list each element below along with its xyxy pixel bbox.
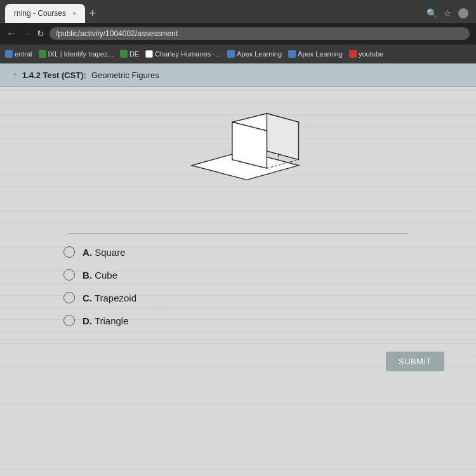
option-B[interactable]: B. Cube: [63, 269, 413, 281]
radio-C[interactable]: [63, 292, 75, 303]
option-A-label: A. Square: [83, 247, 126, 258]
cube-right: [267, 114, 298, 160]
page-content: ↑ 1.4.2 Test (CST): Geometric Figures: [0, 63, 476, 476]
active-tab[interactable]: rning - Courses ×: [5, 4, 85, 23]
submit-button[interactable]: SUBMIT: [386, 352, 444, 371]
bookmark-apex2[interactable]: Apex Learning: [288, 50, 343, 58]
test-header-icon: ↑: [13, 70, 17, 80]
radio-B[interactable]: [63, 269, 75, 281]
bookmark-de[interactable]: DE: [120, 50, 139, 58]
option-C-letter: C.: [83, 293, 92, 303]
address-input[interactable]: [50, 27, 470, 40]
option-B-letter: B.: [83, 270, 92, 281]
bookmark-charley[interactable]: Charley Humanes -...: [145, 50, 221, 58]
bookmark-favicon-charley: [145, 50, 153, 58]
bookmark-label-apex2: Apex Learning: [298, 50, 343, 58]
bookmark-youtube[interactable]: youtube: [349, 50, 383, 58]
tab-bar: rning - Courses × + 🔍 ☆: [0, 0, 476, 23]
reload-button[interactable]: ↻: [37, 29, 44, 39]
option-C[interactable]: C. Trapezoid: [63, 292, 413, 303]
new-tab-button[interactable]: +: [89, 7, 96, 20]
bookmark-favicon-de: [120, 50, 128, 58]
option-C-label: C. Trapezoid: [83, 293, 136, 303]
browser-chrome: rning - Courses × + 🔍 ☆ ← → ↻ entral IXL…: [0, 0, 476, 63]
bookmark-favicon-youtube: [349, 50, 357, 58]
address-bar: ← → ↻: [0, 23, 476, 44]
bookmark-favicon-apex2: [288, 50, 296, 58]
bookmark-ixl[interactable]: IXL | Identify trapez...: [39, 50, 114, 58]
figure-container: [25, 106, 451, 208]
test-label: 1.4.2 Test (CST):: [22, 70, 86, 80]
bookmark-label-apex1: Apex Learning: [237, 50, 282, 58]
submit-area: SUBMIT: [0, 339, 476, 384]
bookmark-favicon-entral: [5, 50, 13, 58]
option-D-letter: D.: [83, 315, 92, 326]
bookmark-label-ixl: IXL | Identify trapez...: [48, 50, 114, 58]
bookmark-label-entral: entral: [15, 50, 32, 58]
back-button[interactable]: ←: [6, 28, 17, 39]
bookmark-favicon-apex1: [227, 50, 235, 58]
radio-A[interactable]: [63, 246, 75, 258]
question-area: A. Square B. Cube C. Trapezoid: [0, 87, 476, 339]
answer-divider: [68, 233, 408, 234]
bookmark-favicon-ixl: [39, 50, 46, 58]
bookmark-label-de: DE: [129, 50, 139, 58]
answer-options: A. Square B. Cube C. Trapezoid: [25, 246, 451, 326]
tab-close-button[interactable]: ×: [72, 10, 76, 17]
browser-icons: 🔍 ☆: [426, 8, 471, 18]
forward-button[interactable]: →: [22, 28, 32, 39]
option-A-letter: A.: [83, 247, 92, 258]
option-D[interactable]: D. Triangle: [63, 315, 413, 326]
search-icon[interactable]: 🔍: [426, 8, 437, 18]
test-subject: Geometric Figures: [91, 70, 159, 80]
option-B-label: B. Cube: [83, 270, 117, 281]
test-header: ↑ 1.4.2 Test (CST): Geometric Figures: [0, 63, 476, 87]
cube-plane-figure: [175, 106, 301, 208]
bookmarks-bar: entral IXL | Identify trapez... DE Charl…: [0, 44, 476, 63]
tab-label: rning - Courses: [14, 9, 66, 18]
option-A[interactable]: A. Square: [63, 246, 413, 258]
menu-icon[interactable]: [458, 8, 468, 18]
radio-D[interactable]: [63, 315, 75, 326]
bookmark-label-charley: Charley Humanes -...: [155, 50, 221, 58]
bookmark-entral[interactable]: entral: [5, 50, 32, 58]
option-D-label: D. Triangle: [83, 315, 129, 326]
bookmark-label-youtube: youtube: [359, 50, 383, 58]
cube-front: [232, 122, 267, 168]
star-icon[interactable]: ☆: [444, 8, 452, 18]
bookmark-apex1[interactable]: Apex Learning: [227, 50, 282, 58]
